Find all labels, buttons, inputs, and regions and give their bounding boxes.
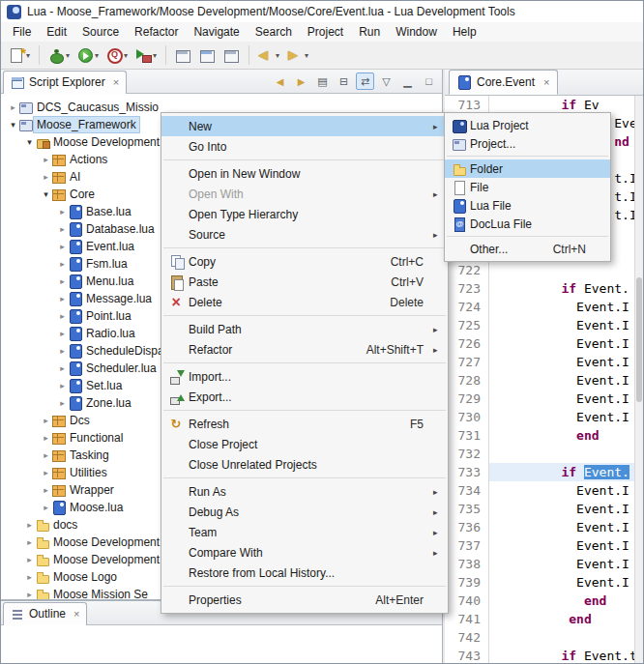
expand-arrow[interactable]: ▸ [56, 259, 69, 269]
code-line[interactable]: 734 Event.I [445, 481, 635, 500]
menu-item-lua-project[interactable]: Lua Project [445, 116, 610, 134]
link-with-editor-button[interactable]: ⇄ [356, 72, 374, 90]
line-number[interactable]: 734 [445, 481, 489, 500]
debug-button[interactable]: ▾ [45, 44, 73, 67]
menu-item-source[interactable]: Source▸ [161, 224, 448, 245]
dropdown-caret[interactable]: ▾ [95, 51, 99, 60]
line-number[interactable]: 727 [445, 353, 489, 371]
code-line[interactable]: 738 Event.I [445, 555, 635, 573]
line-number[interactable]: 728 [445, 371, 489, 390]
expand-arrow[interactable]: ▸ [56, 346, 69, 356]
close-icon[interactable]: × [543, 76, 549, 88]
run-button[interactable]: ▾ [74, 44, 102, 67]
menu-item-delete[interactable]: DeleteDelete [161, 292, 448, 312]
dropdown-caret[interactable]: ▾ [276, 51, 279, 60]
menu-help[interactable]: Help [445, 23, 484, 41]
line-number[interactable]: 724 [445, 298, 489, 316]
code-line[interactable]: 733 if Event. [445, 463, 635, 481]
expand-arrow[interactable]: ▸ [7, 102, 19, 112]
code-line[interactable]: 723 if Event. [445, 279, 635, 298]
expand-arrow[interactable]: ▸ [56, 276, 69, 286]
menu-source[interactable]: Source [74, 23, 127, 41]
collapse-all-button[interactable]: ⊟ [335, 72, 353, 90]
grid-button-1[interactable] [172, 44, 194, 67]
code-line[interactable]: 729 Event.I [445, 390, 635, 408]
dropdown-caret[interactable]: ▾ [66, 51, 70, 60]
line-number[interactable]: 732 [445, 445, 489, 463]
expand-arrow[interactable]: ▸ [56, 207, 69, 217]
menu-item-new[interactable]: New▸ [161, 116, 448, 136]
menu-run[interactable]: Run [351, 23, 388, 41]
expand-arrow[interactable]: ▾ [23, 137, 36, 147]
line-number[interactable]: 737 [445, 536, 489, 555]
up-button[interactable]: ▤ [313, 72, 332, 90]
menu-item-paste[interactable]: PasteCtrl+V [161, 272, 448, 292]
menu-item-folder[interactable]: Folder [445, 159, 610, 178]
forward-button[interactable]: ▾ [284, 44, 311, 67]
expand-arrow[interactable]: ▸ [56, 242, 69, 251]
menu-item-go-into[interactable]: Go Into [161, 136, 448, 157]
menu-item-file[interactable]: File [445, 178, 610, 196]
line-number[interactable]: 735 [445, 500, 489, 518]
expand-arrow[interactable]: ▾ [40, 189, 52, 199]
line-number[interactable]: 739 [445, 573, 489, 592]
back-button[interactable]: ◀ [271, 72, 289, 90]
expand-arrow[interactable]: ▸ [56, 294, 69, 303]
code-line[interactable]: 735 Event.I [445, 500, 635, 518]
menu-item-open-type-hierarchy[interactable]: Open Type Hierarchy [161, 204, 448, 224]
menu-navigate[interactable]: Navigate [186, 23, 247, 41]
dropdown-caret[interactable]: ▾ [26, 51, 30, 60]
expand-arrow[interactable]: ▸ [56, 398, 69, 408]
forward-button[interactable]: ▶ [292, 72, 310, 90]
menu-edit[interactable]: Edit [39, 23, 74, 41]
code-line[interactable]: 726 Event.I [445, 334, 635, 353]
code-line[interactable]: 730 Event.I [445, 408, 635, 426]
expand-arrow[interactable]: ▸ [40, 485, 52, 495]
line-number[interactable]: 729 [445, 390, 489, 408]
code-line[interactable]: 727 Event.I [445, 353, 635, 371]
line-number[interactable]: 730 [445, 408, 489, 426]
menu-item-refresh[interactable]: RefreshF5 [161, 414, 448, 434]
expand-arrow[interactable]: ▸ [40, 416, 52, 425]
menu-file[interactable]: File [5, 23, 39, 41]
expand-arrow[interactable]: ▸ [40, 450, 52, 460]
expand-arrow[interactable]: ▸ [40, 433, 52, 443]
minimize-button[interactable]: ▁ [398, 72, 417, 90]
code-line[interactable]: 737 Event.I [445, 536, 635, 555]
code-line[interactable]: 724 Event.I [445, 298, 635, 316]
menu-search[interactable]: Search [248, 23, 300, 41]
line-number[interactable]: 726 [445, 334, 489, 353]
tab-script-explorer[interactable]: Script Explorer × [3, 71, 127, 94]
dropdown-caret[interactable]: ▾ [124, 51, 128, 60]
line-number[interactable]: 741 [445, 610, 489, 628]
scrollbar-thumb[interactable] [636, 277, 642, 402]
menu-item-build-path[interactable]: Build Path▸ [161, 319, 448, 339]
expand-arrow[interactable]: ▸ [56, 363, 69, 373]
menu-item-open-in-new-window[interactable]: Open in New Window [161, 163, 448, 184]
line-number[interactable]: 723 [445, 279, 489, 298]
expand-arrow[interactable]: ▸ [40, 468, 52, 477]
expand-arrow[interactable]: ▸ [40, 172, 52, 182]
editor-scrollbar[interactable] [634, 96, 643, 663]
close-icon[interactable]: × [113, 76, 119, 88]
line-number[interactable]: 742 [445, 628, 489, 647]
profile-button[interactable]: ▾ [103, 44, 131, 67]
menu-item-export[interactable]: Export... [161, 387, 448, 407]
menu-item-close-unrelated-projects[interactable]: Close Unrelated Projects [161, 454, 448, 475]
menu-item-other[interactable]: Other...Ctrl+N [445, 240, 610, 258]
close-icon[interactable]: × [73, 608, 79, 620]
expand-arrow[interactable]: ▸ [23, 555, 36, 564]
expand-arrow[interactable]: ▸ [56, 329, 69, 338]
menu-item-debug-as[interactable]: Debug As▸ [161, 502, 448, 522]
grid-button-3[interactable] [220, 44, 243, 67]
expand-arrow[interactable]: ▸ [23, 590, 36, 599]
code-line[interactable]: 743 if Event.ta [445, 647, 635, 663]
code-line[interactable]: 740 end [445, 592, 635, 610]
line-number[interactable]: 733 [445, 463, 489, 481]
code-line[interactable]: 742 [445, 628, 635, 647]
dropdown-caret[interactable]: ▾ [305, 51, 308, 60]
line-number[interactable]: 736 [445, 518, 489, 536]
menu-item-import[interactable]: Import... [161, 366, 448, 387]
expand-arrow[interactable]: ▾ [7, 120, 19, 130]
menu-project[interactable]: Project [300, 23, 351, 41]
